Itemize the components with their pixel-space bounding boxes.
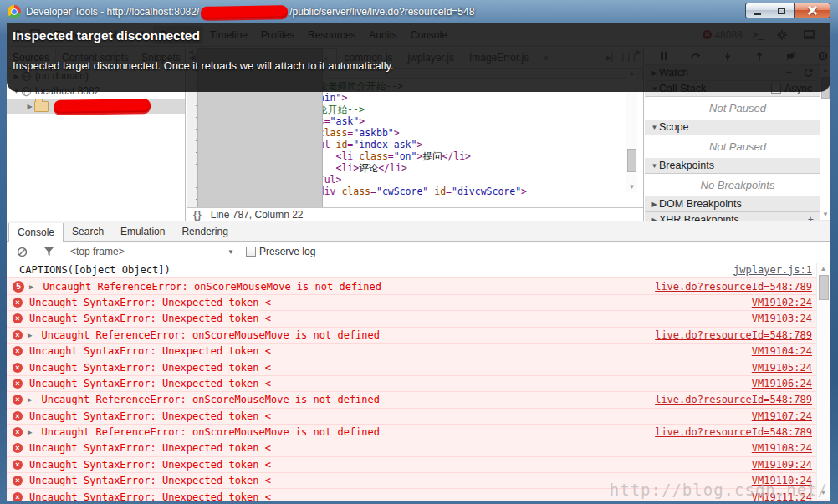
console-source-link[interactable]: VM19107:24	[752, 410, 812, 422]
section-title: Scope	[659, 121, 688, 133]
pretty-print-icon[interactable]: { }	[193, 209, 201, 221]
console-error-row: ×Uncaught SyntaxError: Unexpected token …	[7, 440, 830, 456]
overlay-message: Inspected target disconnected. Once it r…	[13, 59, 394, 72]
console-source-link[interactable]: jwplayer.js:1	[733, 264, 812, 276]
console-error-row: ×Uncaught SyntaxError: Unexpected token …	[7, 408, 830, 424]
console-source-link[interactable]: VM19102:24	[752, 297, 812, 308]
console-source-link[interactable]: VM19110:24	[752, 475, 812, 486]
redacted-folder-name	[54, 99, 151, 114]
window-controls	[745, 3, 830, 18]
devtools-client: ElementsNetworkSourcesTimelineProfilesRe…	[7, 23, 830, 501]
console-error-row: ×▶Uncaught ReferenceError: onScoreMouseM…	[7, 424, 830, 440]
console-source-link[interactable]: live.do?resourceId=548:789	[655, 329, 812, 341]
error-icon: ×	[13, 427, 23, 437]
chevron-expanded-icon[interactable]: ▼	[650, 124, 659, 131]
console-source-link[interactable]: live.do?resourceId=548:789	[655, 426, 812, 438]
drawer-tab-bar: ConsoleSearchEmulationRendering	[7, 221, 830, 242]
error-icon: ×	[13, 346, 23, 356]
titlebar: Developer Tools - http://localhost:8082/…	[0, 0, 838, 23]
section-header-xhr-breakpoints[interactable]: ▶XHR Breakpoints+	[645, 212, 830, 221]
console-message-text: Uncaught SyntaxError: Unexpected token <	[29, 313, 752, 324]
console-message-text: Uncaught SyntaxError: Unexpected token <	[29, 475, 752, 486]
expand-arrow-icon[interactable]: ▶	[29, 283, 33, 291]
section-body-breakpoints: No Breakpoints	[645, 174, 830, 196]
console-source-link[interactable]: live.do?resourceId=548:789	[655, 281, 812, 293]
section-header-scope[interactable]: ▼Scope	[645, 120, 830, 135]
console-error-row: ×Uncaught SyntaxError: Unexpected token …	[7, 488, 830, 501]
chevron-collapsed-icon[interactable]: ▶	[650, 201, 659, 208]
console-source-link[interactable]: live.do?resourceId=548:789	[655, 394, 812, 405]
chevron-expanded-icon[interactable]: ▼	[650, 162, 659, 170]
section-header-breakpoints[interactable]: ▼Breakpoints	[645, 158, 830, 174]
console-message-text: Uncaught SyntaxError: Unexpected token <	[29, 410, 752, 422]
console-message-text: Uncaught ReferenceError: onScoreMouseMov…	[43, 281, 655, 293]
execution-context-selector[interactable]: <top frame> ▼	[70, 246, 234, 257]
console-error-row: ×Uncaught SyntaxError: Unexpected token …	[7, 456, 830, 472]
drawer-tab-console[interactable]: Console	[8, 223, 64, 242]
window-title-suffix: /public/server/live/live.do?resourceId=5…	[289, 6, 474, 18]
expand-arrow-icon[interactable]: ▶	[28, 331, 32, 339]
cursor-position-label: Line 787, Column 22	[211, 209, 304, 221]
chevron-collapsed-icon[interactable]: ▶	[25, 103, 34, 110]
section-header-dom-breakpoints[interactable]: ▶DOM Breakpoints	[645, 196, 830, 212]
console-source-link[interactable]: VM19108:24	[752, 442, 812, 454]
console-source-link[interactable]: VM19106:24	[752, 378, 812, 389]
error-icon: ×	[13, 298, 23, 308]
close-button[interactable]	[794, 3, 830, 18]
console-error-row: ×Uncaught SyntaxError: Unexpected token …	[7, 472, 830, 488]
repeat-count-badge: 5	[13, 281, 24, 293]
filter-icon[interactable]	[40, 244, 57, 259]
minimize-button[interactable]	[745, 3, 769, 18]
section-body-call-stack: Not Paused	[645, 97, 830, 120]
console-scrollbar[interactable]: ▲ ▼	[816, 263, 830, 499]
frame-selector-value: <top frame>	[70, 246, 125, 257]
window-title-prefix: Developer Tools - http://localhost:8082/	[26, 6, 199, 18]
console-error-row: ×Uncaught SyntaxError: Unexpected token …	[7, 343, 830, 359]
drawer-tab-emulation[interactable]: Emulation	[112, 222, 173, 241]
editor-status-bar: { } Line 787, Column 22	[187, 207, 643, 221]
overlay-title: Inspected target disconnected	[13, 28, 200, 43]
section-title: DOM Breakpoints	[659, 198, 742, 210]
preserve-log-control[interactable]: Preserve log	[246, 246, 315, 257]
console-source-link[interactable]: VM19111:24	[752, 491, 812, 501]
scroll-down-icon[interactable]: ▼	[817, 488, 830, 498]
console-source-link[interactable]: VM19105:24	[752, 362, 812, 374]
console-error-row: ×Uncaught SyntaxError: Unexpected token …	[7, 359, 830, 374]
console-error-row: ×▶Uncaught ReferenceError: onScoreMouseM…	[7, 327, 830, 343]
console-error-row: 5▶Uncaught ReferenceError: onScoreMouseM…	[7, 277, 830, 293]
error-icon: ×	[13, 443, 23, 453]
expand-arrow-icon[interactable]: ▶	[28, 428, 32, 436]
error-icon: ×	[13, 379, 23, 389]
console-scroll-thumb[interactable]	[819, 275, 829, 300]
console-message-text: Uncaught SyntaxError: Unexpected token <	[29, 378, 752, 389]
console-messages: CAPTIONS([object Object])jwplayer.js:15▶…	[7, 262, 830, 501]
scroll-down-icon[interactable]: ▼	[820, 210, 830, 220]
console-error-row: ×Uncaught SyntaxError: Unexpected token …	[7, 294, 830, 310]
preserve-log-label: Preserve log	[259, 246, 315, 257]
window-title: Developer Tools - http://localhost:8082/…	[26, 6, 474, 18]
console-message-text: Uncaught SyntaxError: Unexpected token <	[29, 362, 752, 374]
console-source-link[interactable]: VM19103:24	[752, 313, 812, 324]
clear-console-icon[interactable]	[13, 244, 30, 259]
error-icon: ×	[13, 476, 23, 486]
console-source-link[interactable]: VM19109:24	[752, 459, 812, 471]
error-icon: ×	[13, 363, 23, 373]
maximize-button[interactable]	[769, 3, 794, 18]
scroll-up-icon[interactable]: ▲	[817, 264, 830, 274]
console-message-text: Uncaught ReferenceError: onScoreMouseMov…	[41, 394, 655, 405]
devtools-window: Developer Tools - http://localhost:8082/…	[0, 0, 838, 504]
folder-icon	[34, 101, 49, 112]
error-icon: ×	[13, 460, 23, 470]
error-icon: ×	[13, 492, 23, 501]
add-xhr-breakpoint-icon[interactable]: +	[808, 214, 814, 221]
console-source-link[interactable]: VM19104:24	[752, 345, 812, 357]
drawer-tab-rendering[interactable]: Rendering	[173, 222, 236, 241]
preserve-log-checkbox[interactable]	[246, 247, 256, 257]
expand-arrow-icon[interactable]: ▶	[28, 395, 32, 404]
section-title: XHR Breakpoints	[659, 214, 739, 221]
console-drawer: ConsoleSearchEmulationRendering <top fra…	[7, 221, 830, 501]
chevron-down-icon: ▼	[227, 248, 234, 256]
tree-item-redacted[interactable]: ▶	[7, 99, 185, 114]
drawer-tab-search[interactable]: Search	[64, 222, 112, 241]
console-error-row: ×Uncaught SyntaxError: Unexpected token …	[7, 310, 830, 326]
